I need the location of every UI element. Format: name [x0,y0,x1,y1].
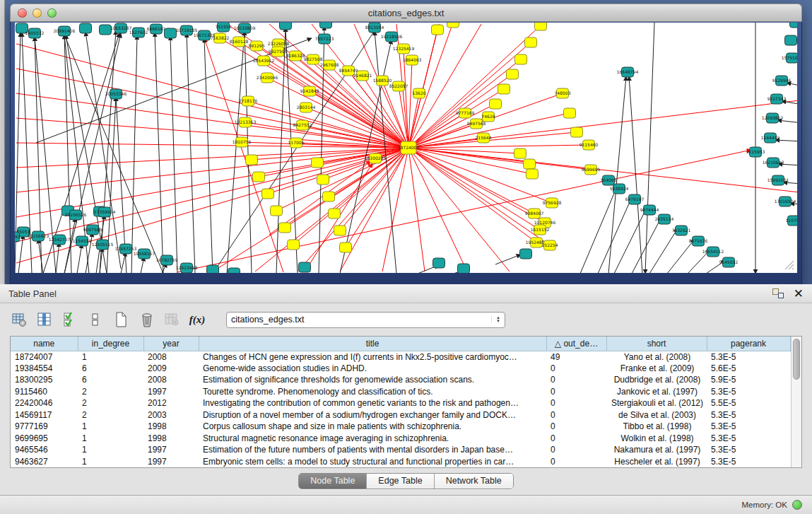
graph-node[interactable]: 9215953 [746,147,765,157]
graph-node[interactable] [433,258,445,268]
column-header-out-de-[interactable]: △ out_de… [546,337,606,351]
column-header-name[interactable]: name [11,337,78,351]
network-file-selector[interactable]: citations_edges.txt ▲▼ [226,312,505,328]
graph-node[interactable] [507,69,519,79]
graph-node[interactable]: 5938924 [610,184,629,194]
graph-node[interactable] [165,28,177,38]
graph-node[interactable]: 8471676 [689,236,708,246]
table-row[interactable]: 946362711997Embryonic stem cells: a mode… [11,456,790,468]
graph-node[interactable] [340,243,352,252]
graph-node[interactable]: 16033809 [234,23,256,33]
graph-node[interactable]: 1527602 [129,28,148,37]
clear-selection-icon[interactable] [86,310,105,329]
graph-node[interactable]: 8813054 [365,23,384,33]
graph-node[interactable]: 39193 [15,232,20,242]
graph-node[interactable]: 18724007 [398,141,420,154]
graph-node[interactable]: 19218506 [381,32,403,42]
graph-node[interactable]: 20891406 [54,26,76,36]
graph-node[interactable] [312,158,324,168]
graph-node[interactable] [246,155,258,165]
graph-node[interactable] [432,25,444,35]
graph-node[interactable] [524,159,536,169]
graph-node[interactable] [785,35,797,45]
graph-node[interactable]: 12923448 [176,263,198,273]
graph-node[interactable]: 9115460 [579,140,599,150]
table-scrollbar[interactable] [791,337,801,467]
close-panel-icon[interactable]: ✕ [794,288,804,300]
graph-node[interactable]: 7632621 [672,226,691,235]
graph-node[interactable] [262,189,274,199]
graph-node[interactable] [288,240,300,250]
graph-node[interactable] [329,209,341,218]
graph-node[interactable]: 9777169 [456,108,475,118]
graph-node[interactable]: 9699695 [582,165,601,175]
graph-node[interactable] [564,108,576,118]
graph-node[interactable] [279,223,291,233]
column-header-in-degree[interactable]: in_degree [78,337,143,351]
column-header-short[interactable]: short [606,337,707,351]
graph-node[interactable] [207,265,219,273]
graph-node[interactable] [790,23,798,28]
graph-node[interactable]: 9097585 [83,225,102,235]
graph-node[interactable]: 12093822 [762,113,784,123]
graph-node[interactable]: 6479197 [625,194,645,204]
graph-node[interactable]: 12342737 [49,235,71,245]
graph-node[interactable]: 891295 [249,41,265,51]
graph-node[interactable] [317,175,329,185]
new-column-icon[interactable] [112,310,130,329]
graph-node[interactable]: 215644 [476,133,492,143]
graph-node[interactable] [253,172,265,182]
column-header-title[interactable]: title [199,337,546,351]
graph-node[interactable] [323,192,335,201]
column-header-year[interactable]: year [143,337,199,351]
column-header-pagerank[interactable]: pagerank [707,337,790,351]
graph-node[interactable]: 19958167 [134,249,155,259]
graph-node[interactable] [520,249,532,259]
graph-node[interactable]: 7857223 [315,34,334,44]
graph-node[interactable]: 16648794 [617,67,639,77]
select-all-icon[interactable] [61,310,79,329]
graph-node[interactable] [490,99,502,109]
graph-node[interactable] [526,169,539,179]
table-row[interactable]: 1938455462009Genome-wide association stu… [11,363,790,375]
table-scrollbar-thumb[interactable] [793,339,800,380]
window-titlebar[interactable]: citations_edges.txt [10,4,802,22]
graph-node[interactable]: 2718176 [239,96,258,106]
close-window-icon[interactable] [18,8,27,18]
delete-column-icon[interactable] [137,310,155,329]
delete-table-icon[interactable] [163,310,181,329]
column-visibility-icon[interactable] [35,310,54,329]
graph-node[interactable]: 13620 [412,88,425,98]
table-row[interactable]: 977716911998Corpus callosum shape and si… [11,421,790,433]
graph-node[interactable]: 9245652 [719,257,739,267]
graph-node[interactable]: 2803144 [297,103,316,112]
graph-node[interactable]: 15751074 [782,53,797,63]
graph-node[interactable]: 9474444 [640,205,659,215]
graph-node[interactable]: 12325419 [393,44,415,54]
graph-node[interactable]: 18300295 [365,153,387,163]
table-settings-icon[interactable] [10,310,28,329]
graph-node[interactable]: 10654112 [702,247,724,257]
graph-node[interactable] [228,268,240,273]
function-builder-icon[interactable]: f(x) [188,310,206,329]
graph-node[interactable]: 1405572 [25,28,45,38]
table-row[interactable]: 911546021997Tourette syndrome. Phenomeno… [11,386,790,398]
network-canvas[interactable]: 7163822816012889129523226058982750516543… [15,23,797,273]
graph-node[interactable]: 16543912 [253,56,275,66]
graph-node[interactable]: 110755 [786,216,797,226]
tab-node-table[interactable]: Node Table [299,474,367,489]
graph-node[interactable] [571,127,583,137]
zoom-window-icon[interactable] [47,8,57,18]
graph-node[interactable]: 748503 [555,88,571,98]
table-row[interactable]: 2242004622012Investigating the contribut… [11,397,790,409]
graph-node[interactable]: 15992071 [767,175,789,185]
graph-node[interactable] [525,37,537,47]
float-panel-icon[interactable] [772,288,784,298]
graph-node[interactable]: 74626 [481,112,495,122]
graph-node[interactable]: 1154519 [73,236,92,246]
graph-node[interactable] [458,264,470,273]
graph-node[interactable] [498,84,510,94]
graph-node[interactable] [447,23,459,28]
graph-node[interactable]: 9146821 [353,71,372,81]
graph-node[interactable]: 12505115 [92,240,114,250]
